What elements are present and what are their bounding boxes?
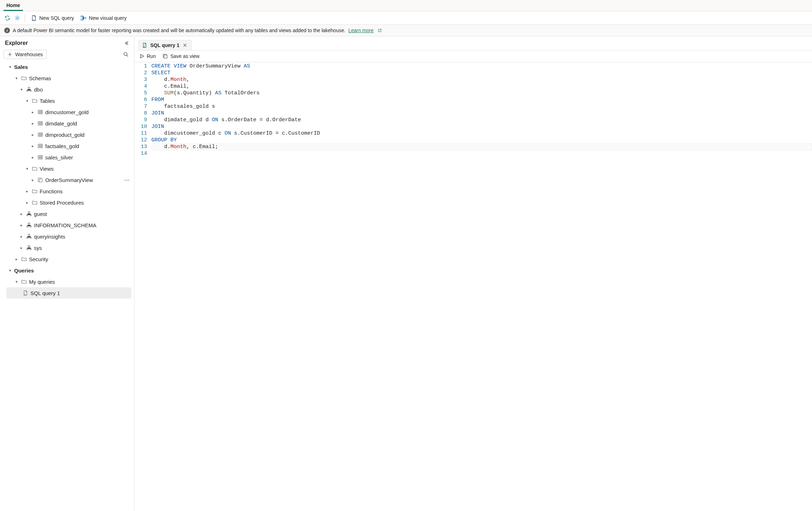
- table-icon: [37, 154, 44, 160]
- tree-node-information-schema[interactable]: ▸ INFORMATION_SCHEMA: [0, 219, 134, 231]
- chevron-right-icon: ▸: [18, 223, 25, 228]
- play-icon: [139, 54, 144, 59]
- explorer-tree: ▾ Sales ▾ Schemas ▾ dbo ▾ Tables ▸: [0, 61, 134, 306]
- editor-area: SQL SQL query 1 Run Save as view 1 2 3: [134, 36, 812, 510]
- svg-rect-25: [28, 246, 30, 247]
- workspace: Explorer Warehouses ▾ Sales ▾ Sch: [0, 36, 812, 510]
- svg-rect-22: [28, 234, 30, 235]
- svg-rect-6: [28, 87, 30, 88]
- tree-node-table-dimproduct[interactable]: ▸ dimproduct_gold: [0, 129, 134, 140]
- collapse-explorer-icon[interactable]: [124, 41, 129, 46]
- external-link-icon: [376, 28, 382, 33]
- view-icon: [37, 177, 44, 183]
- chevron-right-icon: ▸: [18, 212, 25, 216]
- editor-tab-bar: SQL SQL query 1: [134, 36, 812, 51]
- chevron-down-icon: ▾: [13, 76, 21, 81]
- run-button[interactable]: Run: [139, 53, 156, 59]
- tab-home[interactable]: Home: [4, 0, 23, 11]
- save-as-view-label: Save as view: [170, 53, 199, 59]
- svg-rect-9: [38, 110, 42, 114]
- tree-node-sql-query-1[interactable]: SQL SQL query 1: [6, 287, 131, 299]
- top-tab-bar: Home: [0, 0, 812, 11]
- refresh-icon[interactable]: [4, 14, 11, 22]
- tree-node-sys[interactable]: ▸ sys: [0, 242, 134, 253]
- svg-rect-10: [38, 122, 42, 125]
- tree-node-queryinsights[interactable]: ▸ queryinsights: [0, 231, 134, 242]
- explorer-title: Explorer: [5, 40, 28, 46]
- line-number-gutter: 1 2 3 4 5 6 7 8 9 10 11 12 13 14: [134, 62, 151, 158]
- chevron-right-icon: ▸: [29, 110, 37, 114]
- chevron-down-icon: ▾: [6, 268, 14, 273]
- editor-toolbar: Run Save as view: [134, 51, 812, 62]
- explorer-panel: Explorer Warehouses ▾ Sales ▾ Sch: [0, 36, 134, 510]
- new-visual-query-button[interactable]: New visual query: [78, 13, 129, 23]
- svg-rect-8: [30, 90, 31, 91]
- svg-rect-12: [38, 144, 42, 148]
- save-as-view-button[interactable]: Save as view: [162, 53, 199, 59]
- tree-node-schemas[interactable]: ▾ Schemas: [0, 72, 134, 84]
- learn-more-link[interactable]: Learn more: [348, 28, 374, 33]
- schema-icon: [25, 222, 33, 228]
- close-tab-icon[interactable]: [182, 43, 188, 47]
- chevron-right-icon: ▸: [29, 155, 37, 160]
- info-icon: i: [4, 28, 10, 33]
- warehouses-button[interactable]: Warehouses: [4, 50, 47, 59]
- chevron-down-icon: ▾: [18, 87, 25, 92]
- schema-icon: [25, 234, 33, 239]
- explorer-search-icon[interactable]: [121, 50, 130, 59]
- schema-icon: [25, 87, 33, 92]
- tree-node-dbo[interactable]: ▾ dbo: [0, 84, 134, 95]
- editor-tab-sql1[interactable]: SQL SQL query 1: [139, 40, 192, 50]
- chevron-down-icon: ▾: [6, 65, 14, 69]
- run-label: Run: [147, 53, 156, 59]
- tree-node-table-dimdate[interactable]: ▸ dimdate_gold: [0, 118, 134, 129]
- code-lines[interactable]: CREATE VIEW OrderSummaryView AS SELECT d…: [151, 62, 812, 158]
- chevron-down-icon: ▾: [13, 280, 21, 284]
- warehouses-label: Warehouses: [15, 52, 43, 57]
- tree-node-view-ordersummary[interactable]: ▸ OrderSummaryView ···: [0, 174, 134, 186]
- chevron-right-icon: ▸: [13, 257, 21, 262]
- tree-node-sales[interactable]: ▾ Sales: [0, 61, 134, 72]
- chevron-right-icon: ▸: [18, 246, 25, 250]
- svg-text:SQL: SQL: [32, 19, 35, 21]
- tree-node-tables[interactable]: ▾ Tables: [0, 95, 134, 106]
- chevron-right-icon: ▸: [23, 200, 31, 205]
- tree-node-my-queries[interactable]: ▾ My queries: [0, 276, 134, 287]
- chevron-down-icon: ▾: [23, 166, 31, 171]
- svg-rect-27: [30, 248, 31, 249]
- info-banner: i A default Power BI semantic model for …: [0, 25, 812, 36]
- svg-text:SQL: SQL: [23, 294, 27, 296]
- folder-icon: [21, 75, 28, 81]
- new-sql-query-label: New SQL query: [39, 15, 74, 21]
- tree-node-guest[interactable]: ▸ guest: [0, 208, 134, 219]
- more-icon[interactable]: ···: [124, 177, 130, 183]
- schema-icon: [25, 211, 33, 217]
- svg-rect-24: [30, 237, 31, 238]
- svg-rect-11: [38, 133, 42, 136]
- svg-rect-17: [27, 215, 28, 216]
- svg-rect-26: [27, 248, 28, 249]
- gear-icon[interactable]: [13, 14, 21, 22]
- ribbon-separator: [25, 14, 25, 22]
- svg-text:SQL: SQL: [143, 46, 146, 48]
- banner-text: A default Power BI semantic model for fa…: [13, 28, 346, 33]
- svg-rect-21: [30, 226, 31, 227]
- svg-rect-23: [27, 237, 28, 238]
- table-icon: [37, 132, 44, 137]
- tree-node-table-salessilver[interactable]: ▸ sales_silver: [0, 152, 134, 163]
- chevron-right-icon: ▸: [29, 121, 37, 126]
- svg-rect-13: [38, 155, 42, 159]
- tree-node-table-factsales[interactable]: ▸ factsales_gold: [0, 140, 134, 152]
- tree-node-stored-procedures[interactable]: ▸ Stored Procedures: [0, 197, 134, 208]
- plus-icon: [7, 52, 12, 57]
- folder-icon: [31, 188, 38, 194]
- tree-node-queries[interactable]: ▾ Queries: [0, 265, 134, 276]
- tree-node-table-dimcustomer[interactable]: ▸ dimcustomer_gold: [0, 106, 134, 118]
- save-view-icon: [162, 53, 168, 59]
- tree-node-functions[interactable]: ▸ Functions: [0, 186, 134, 197]
- tree-node-views[interactable]: ▾ Views: [0, 163, 134, 174]
- new-sql-query-button[interactable]: SQL New SQL query: [29, 13, 76, 23]
- code-editor[interactable]: 1 2 3 4 5 6 7 8 9 10 11 12 13 14 CREATE …: [134, 62, 812, 158]
- tree-node-security[interactable]: ▸ Security: [0, 253, 134, 265]
- folder-icon: [21, 279, 28, 284]
